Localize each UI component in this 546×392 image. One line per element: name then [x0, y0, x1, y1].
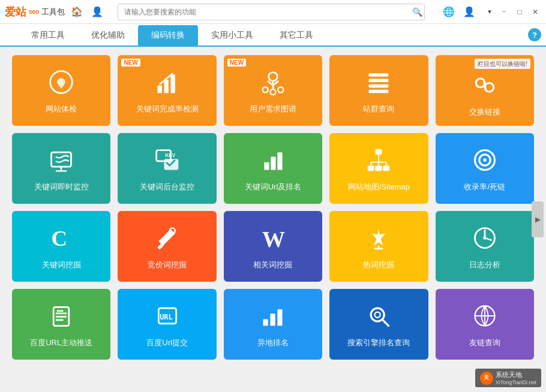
watermark-logo: 天	[480, 372, 493, 385]
health-icon	[48, 69, 74, 99]
card-exchange-link-label: 交换链接	[469, 107, 500, 117]
tab-tools[interactable]: 实用小工具	[198, 25, 266, 46]
dropdown-icon[interactable]: ▼	[481, 4, 498, 20]
watermark-text: 系统天地 XiTongTianDi.net	[496, 370, 536, 385]
watermark: 天 系统天地 XiTongTianDi.net	[475, 369, 541, 387]
svg-point-5	[269, 73, 278, 82]
tab-other[interactable]: 其它工具	[266, 25, 326, 46]
svg-point-63	[375, 312, 380, 318]
card-keyword-url[interactable]: 关键词Url及排名	[224, 133, 322, 204]
svg-rect-14	[369, 85, 389, 88]
account-icon[interactable]: 👤	[461, 4, 478, 20]
card-keyword-mine[interactable]: C 关键词挖掘	[12, 211, 110, 282]
search-input[interactable]	[118, 4, 425, 20]
card-index-rate[interactable]: 收录率/死链	[436, 133, 534, 204]
logo-seo: seo	[29, 8, 39, 15]
search-rank-icon	[365, 303, 392, 333]
card-bid-mine-label: 竞价词挖掘	[148, 260, 187, 270]
card-log-analyze-label: 日志分析	[469, 260, 500, 270]
svg-point-39	[483, 158, 487, 162]
search-button[interactable]: 🔍	[412, 7, 422, 17]
svg-text:W: W	[262, 227, 286, 251]
svg-rect-3	[164, 80, 168, 93]
card-related-mine[interactable]: W 相关词挖掘	[224, 211, 322, 282]
svg-rect-2	[157, 86, 161, 94]
card-search-rank[interactable]: 搜索引擎排名查询	[329, 289, 428, 360]
user-icon[interactable]: 👤	[89, 4, 106, 20]
keyword-mine-icon: C	[48, 225, 74, 255]
svg-rect-59	[270, 313, 275, 325]
card-baidu-submit-label: 百度Url提交	[146, 337, 188, 348]
svg-rect-58	[263, 319, 268, 326]
svg-rect-29	[368, 165, 374, 171]
card-exchange-link[interactable]: 栏目也可以换链啦! 交换链接	[436, 55, 534, 126]
logo-text: 爱站	[5, 5, 26, 19]
svg-rect-49	[56, 313, 67, 315]
keyword-url-icon	[260, 147, 286, 177]
card-hot-mine[interactable]: 热词挖掘	[329, 211, 428, 282]
card-related-mine-label: 相关词挖掘	[253, 260, 292, 270]
site-group-icon	[365, 69, 392, 99]
svg-point-1	[59, 79, 63, 82]
card-sitemap[interactable]: 网站地图/Sitemap	[329, 133, 428, 204]
card-user-demand-label: 用户需求图谱	[250, 104, 296, 114]
svg-rect-12	[369, 73, 389, 77]
home-icon[interactable]: 🏠	[68, 4, 85, 20]
card-site-group[interactable]: 站群查询	[329, 55, 428, 126]
maximize-button[interactable]: □	[514, 6, 526, 18]
card-sitemap-label: 网站地图/Sitemap	[348, 182, 410, 192]
badge-new-keyword-rate: NEW	[121, 59, 140, 67]
bid-mine-icon	[154, 225, 181, 255]
search-bar: 🔍	[118, 4, 425, 20]
svg-text:KEV: KEV	[165, 153, 175, 158]
tab-encode[interactable]: 编码转换	[138, 25, 198, 46]
svg-rect-25	[264, 162, 269, 170]
svg-point-53	[59, 310, 62, 312]
scroll-right-arrow[interactable]: ▶	[532, 201, 544, 237]
card-grid: 网站体检 NEW 关键词完成率检测 NEW 用户需求图谱 站群查询 栏	[12, 55, 534, 360]
minimize-button[interactable]: －	[498, 6, 510, 18]
keyword-bg-icon: KEV	[154, 147, 181, 177]
card-hot-mine-label: 热词挖掘	[363, 260, 394, 270]
svg-rect-19	[52, 152, 71, 167]
svg-rect-27	[277, 152, 282, 170]
friend-link-icon	[472, 303, 498, 333]
titlebar: 爱站 seo 工具包 🏠 👤 🔍 🌐 👤 ▼ － □ ✕	[0, 0, 546, 24]
card-index-rate-label: 收录率/死链	[464, 182, 505, 192]
exchange-link-icon	[472, 72, 498, 102]
card-user-demand[interactable]: NEW 用户需求图谱	[224, 55, 322, 126]
svg-rect-30	[376, 165, 382, 171]
card-health[interactable]: 网站体检	[12, 55, 110, 126]
card-baidu-push[interactable]: 百度URL主动推送	[12, 289, 110, 360]
help-button[interactable]: ?	[528, 28, 541, 41]
card-health-label: 网站体检	[46, 104, 77, 114]
card-baidu-submit[interactable]: URL 百度Url提交	[118, 289, 216, 360]
tabbar: 常用工具 优化辅助 编码转换 实用小工具 其它工具 ?	[0, 24, 546, 47]
card-baidu-push-label: 百度URL主动推送	[30, 337, 92, 348]
card-bid-mine[interactable]: 竞价词挖掘	[118, 211, 216, 282]
tab-common[interactable]: 常用工具	[18, 25, 78, 46]
tab-optimize[interactable]: 优化辅助	[78, 25, 138, 46]
baidu-push-icon	[48, 303, 74, 333]
hot-mine-icon	[365, 225, 392, 255]
card-keyword-monitor[interactable]: 关键词即时监控	[12, 133, 110, 204]
globe-icon[interactable]: 🌐	[440, 4, 457, 20]
card-keyword-mine-label: 关键词挖掘	[42, 260, 81, 270]
card-keyword-rate-label: 关键词完成率检测	[136, 104, 199, 114]
svg-point-10	[278, 87, 283, 92]
keyword-rate-icon	[154, 69, 181, 99]
card-keyword-rate[interactable]: NEW 关键词完成率检测	[118, 55, 216, 126]
card-log-analyze[interactable]: 日志分析	[436, 211, 534, 282]
baidu-submit-icon: URL	[154, 303, 181, 333]
svg-point-47	[483, 236, 487, 240]
card-friend-link[interactable]: 友链查询	[436, 289, 534, 360]
svg-rect-26	[271, 157, 275, 170]
svg-rect-13	[369, 79, 389, 83]
close-button[interactable]: ✕	[529, 6, 541, 18]
card-remote-rank-label: 异地排名	[257, 337, 289, 348]
card-keyword-bg[interactable]: KEV 关键词后台监控	[118, 133, 216, 204]
index-rate-icon	[472, 147, 498, 177]
card-remote-rank[interactable]: 异地排名	[224, 289, 322, 360]
svg-rect-60	[277, 309, 282, 326]
card-search-rank-label: 搜索引擎排名查询	[347, 337, 410, 348]
